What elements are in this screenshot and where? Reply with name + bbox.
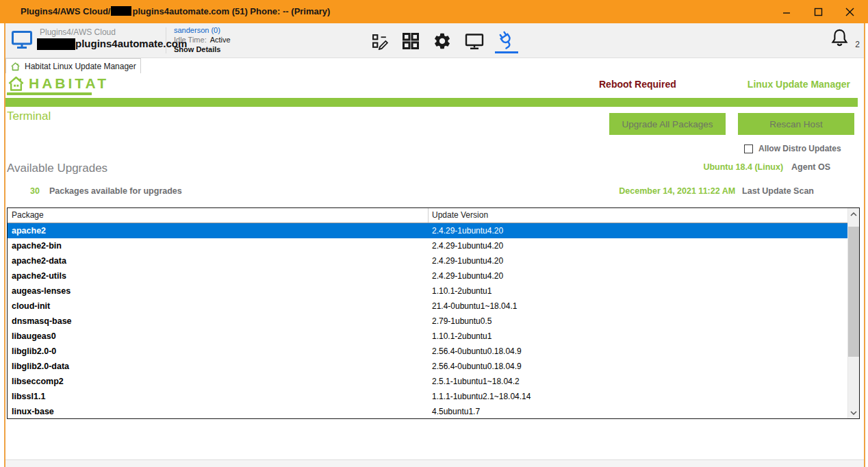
version-cell: 21.4-0ubuntu1~18.04.1 [428, 299, 847, 314]
chevron-up-icon [850, 212, 857, 216]
window-controls [771, 0, 865, 23]
header-toolbar [370, 27, 518, 55]
close-icon [845, 8, 854, 16]
version-cell: 2.4.29-1ubuntu4.20 [428, 268, 847, 283]
tab-habitat-linux-update-manager[interactable]: Habitat Linux Update Manager [5, 58, 141, 73]
table-row[interactable]: dnsmasq-base 2.79-1ubuntu0.5 [8, 314, 847, 329]
computer-name-line: plugins4automate.com [37, 38, 187, 50]
package-cell: augeas-lenses [8, 283, 428, 299]
window-border-right [864, 23, 865, 467]
agent-os-line: Ubuntu 18.4 (Linux)Agent OS [703, 162, 830, 172]
agent-os-value: Ubuntu 18.4 (Linux) [703, 162, 783, 172]
version-cell: 4.5ubuntu1.7 [428, 404, 847, 418]
version-cell: 2.56.4-0ubuntu0.18.04.9 [428, 359, 847, 374]
table-row[interactable]: libglib2.0-0 2.56.4-0ubuntu0.18.04.9 [8, 344, 847, 359]
computer-name: plugins4automate.com [75, 38, 187, 49]
table-row[interactable]: linux-base 4.5ubuntu1.7 [8, 404, 847, 418]
power-plug-icon[interactable] [495, 29, 518, 53]
maximize-button[interactable] [802, 0, 834, 23]
window-border-left [4, 23, 5, 467]
package-cell: libglib2.0-0 [8, 344, 428, 359]
reboot-required-status: Reboot Required [599, 79, 676, 90]
package-count: 30 [30, 186, 40, 196]
version-cell: 2.4.29-1ubuntu4.20 [428, 253, 847, 268]
table-row[interactable]: apache2-data 2.4.29-1ubuntu4.20 [8, 253, 847, 268]
bell-icon[interactable] [830, 27, 849, 51]
packages-table: Package Update Version apache2 2.4.29-1u… [7, 207, 860, 419]
show-details-link[interactable]: Show Details [174, 45, 231, 53]
divider [166, 27, 166, 53]
table-row[interactable]: apache2-bin 2.4.29-1ubuntu4.20 [8, 238, 847, 253]
scroll-up-button[interactable] [848, 208, 859, 220]
tab-bar: Habitat Linux Update Manager [5, 58, 863, 73]
last-scan-label: Last Update Scan [742, 186, 814, 196]
version-cell: 2.4.29-1ubuntu4.20 [428, 238, 847, 253]
apps-grid-icon[interactable] [400, 31, 422, 51]
logo-underline [7, 92, 92, 95]
package-count-line: 30Packages available for upgrades [30, 186, 182, 196]
green-divider-bar [5, 98, 858, 107]
terminal-link[interactable]: Terminal [7, 110, 51, 123]
package-cell: apache2-bin [8, 238, 428, 253]
titlebar: Plugins4/AWS Cloud/plugins4automate.com … [0, 0, 868, 23]
settings-gear-icon[interactable] [431, 30, 454, 52]
last-update-scan-line: December 14, 2021 11:22 AMLast Update Sc… [619, 186, 814, 196]
window-title: Plugins4/AWS Cloud/plugins4automate.com … [21, 0, 330, 23]
package-cell: linux-base [8, 404, 428, 418]
close-button[interactable] [834, 0, 865, 23]
package-cell: apache2-utils [8, 268, 428, 283]
redaction-box [37, 38, 75, 50]
chevron-down-icon [850, 411, 857, 415]
idle-value: Active [210, 36, 231, 44]
idle-time-line: Idle Time:Active [174, 36, 231, 44]
available-upgrades-title: Available Upgrades [7, 162, 107, 175]
table-row[interactable]: libglib2.0-data 2.56.4-0ubuntu0.18.04.9 [8, 359, 847, 374]
tab-label: Habitat Linux Update Manager [25, 62, 136, 71]
edit-commands-icon[interactable] [370, 31, 391, 51]
package-cell: apache2 [8, 223, 428, 238]
package-cell: apache2-data [8, 253, 428, 268]
computer-management-window: Plugins4/AWS Cloud/plugins4automate.com … [0, 0, 868, 467]
bottom-strip [5, 459, 864, 467]
version-cell: 2.56.4-0ubuntu0.18.04.9 [428, 344, 847, 359]
table-row[interactable]: libssl1.1 1.1.1-1ubuntu2.1~18.04.14 [8, 389, 847, 404]
last-scan-value: December 14, 2021 11:22 AM [619, 186, 735, 196]
monitor-icon [11, 30, 33, 52]
maximize-icon [814, 8, 823, 16]
scrollbar-thumb[interactable] [848, 227, 859, 357]
table-header: Package Update Version [8, 208, 859, 223]
rescan-host-button[interactable]: Rescan Host [738, 113, 854, 135]
version-cell: 1.10.1-2ubuntu1 [428, 283, 847, 299]
monitor-icon[interactable] [463, 31, 486, 51]
allow-distro-updates-label: Allow Distro Updates [758, 144, 841, 153]
house-icon [10, 62, 21, 71]
minimize-icon [782, 8, 791, 16]
user-link[interactable]: sanderson (0) [174, 26, 231, 34]
table-row[interactable]: apache2 2.4.29-1ubuntu4.20 [8, 223, 847, 238]
version-cell: 1.10.1-2ubuntu1 [428, 329, 847, 344]
table-row[interactable]: libaugeas0 1.10.1-2ubuntu1 [8, 329, 847, 344]
column-header-update-version[interactable]: Update Version [428, 208, 859, 223]
table-body: apache2 2.4.29-1ubuntu4.20 apache2-bin 2… [8, 223, 847, 418]
notification-count: 2 [855, 40, 860, 49]
client-group-label: Plugins4/AWS Cloud [40, 27, 116, 37]
table-row[interactable]: apache2-utils 2.4.29-1ubuntu4.20 [8, 268, 847, 283]
house-icon [7, 75, 25, 92]
package-cell: dnsmasq-base [8, 314, 428, 329]
scroll-down-button[interactable] [848, 407, 859, 418]
table-row[interactable]: cloud-init 21.4-0ubuntu1~18.04.1 [8, 299, 847, 314]
table-scrollbar[interactable] [847, 208, 859, 418]
version-cell: 2.4.29-1ubuntu4.20 [428, 223, 847, 238]
redaction-box [111, 6, 131, 16]
table-row[interactable]: augeas-lenses 1.10.1-2ubuntu1 [8, 283, 847, 299]
version-cell: 1.1.1-1ubuntu2.1~18.04.14 [428, 389, 847, 404]
logo-text: Habitat [29, 75, 109, 92]
allow-distro-updates-checkbox[interactable] [744, 144, 753, 153]
package-cell: libglib2.0-data [8, 359, 428, 374]
package-count-label: Packages available for upgrades [49, 186, 182, 196]
table-row[interactable]: libseccomp2 2.5.1-1ubuntu1~18.04.2 [8, 374, 847, 389]
upgrade-all-packages-button[interactable]: Upgrade All Packages [609, 113, 726, 135]
minimize-button[interactable] [771, 0, 802, 23]
column-header-package[interactable]: Package [8, 208, 428, 223]
package-cell: cloud-init [8, 299, 428, 314]
